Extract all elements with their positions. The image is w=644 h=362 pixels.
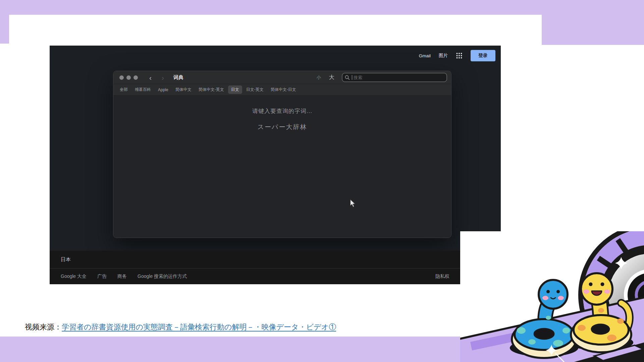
dictionary-window: ‹ › 词典 小 大 全部 维基百科 Apple 简体中文 <box>113 71 451 238</box>
text-caret <box>352 75 352 80</box>
text-smaller-button[interactable]: 小 <box>315 74 323 80</box>
dictionary-tab-bar: 全部 维基百科 Apple 简体中文 简体中文-英文 日文 日文-英文 简体中文… <box>113 84 451 96</box>
snakes-illustration <box>460 231 644 362</box>
minimize-button[interactable] <box>126 75 131 80</box>
footer-link-business[interactable]: 商务 <box>117 274 127 280</box>
region-label: 日本 <box>50 251 501 268</box>
tab-chinese-english[interactable]: 简体中文-英文 <box>196 85 227 94</box>
tab-wikipedia[interactable]: 维基百科 <box>132 85 154 94</box>
tab-simplified-chinese[interactable]: 简体中文 <box>172 85 195 94</box>
tab-chinese-japanese[interactable]: 简体中文-日文 <box>268 85 299 94</box>
frame-right <box>542 15 644 45</box>
tab-japanese[interactable]: 日文 <box>228 85 242 94</box>
footer-link-how-search-works[interactable]: Google 搜索的运作方式 <box>138 274 187 280</box>
caption-prefix: 视频来源： <box>25 323 62 331</box>
tab-all[interactable]: 全部 <box>117 85 131 94</box>
search-field[interactable] <box>342 73 447 82</box>
google-header: Gmail 图片 登录 <box>419 50 495 61</box>
images-link[interactable]: 图片 <box>439 53 448 59</box>
frame-left <box>0 15 9 44</box>
forward-icon[interactable]: › <box>160 74 165 81</box>
window-title: 词典 <box>173 74 183 81</box>
tab-apple[interactable]: Apple <box>155 86 171 94</box>
dictionary-name: スーパー大辞林 <box>113 123 451 131</box>
back-icon[interactable]: ‹ <box>148 74 153 81</box>
frame-top <box>0 0 644 15</box>
slide-page: Gmail 图片 登录 ‹ › 词典 <box>0 0 644 362</box>
text-larger-button[interactable]: 大 <box>328 74 336 81</box>
footer-links-row: Google 大全 广告 商务 Google 搜索的运作方式 隐私权 条款 设置 <box>50 268 501 284</box>
footer-link-about[interactable]: Google 大全 <box>61 274 87 280</box>
dictionary-content: 请键入要查询的字词... スーパー大辞林 <box>113 96 451 238</box>
window-titlebar: ‹ › 词典 小 大 <box>113 71 451 84</box>
apps-grid-icon[interactable] <box>456 52 463 59</box>
footer-links-left: Google 大全 广告 商务 Google 搜索的运作方式 <box>61 274 187 280</box>
search-input[interactable] <box>353 75 444 80</box>
zoom-button[interactable] <box>133 75 138 80</box>
mouse-cursor-icon <box>350 199 356 210</box>
caption: 视频来源：学習者の辞書資源使用の実態調査－語彙検索行動の解明－・映像データ・ビデ… <box>25 322 336 332</box>
signin-button[interactable]: 登录 <box>471 50 495 61</box>
close-button[interactable] <box>119 75 124 80</box>
google-page: Gmail 图片 登录 ‹ › 词典 <box>50 46 501 284</box>
footer-link-ads[interactable]: 广告 <box>97 274 107 280</box>
search-icon <box>345 75 350 80</box>
caption-link[interactable]: 学習者の辞書資源使用の実態調査－語彙検索行動の解明－・映像データ・ビデオ① <box>62 323 336 331</box>
google-footer: 日本 Google 大全 广告 商务 Google 搜索的运作方式 隐私权 条款… <box>50 251 501 284</box>
tab-japanese-english[interactable]: 日文-英文 <box>243 85 267 94</box>
gmail-link[interactable]: Gmail <box>419 53 431 58</box>
empty-state-prompt: 请键入要查询的字词... <box>113 96 451 115</box>
footer-link-privacy[interactable]: 隐私权 <box>435 274 449 280</box>
